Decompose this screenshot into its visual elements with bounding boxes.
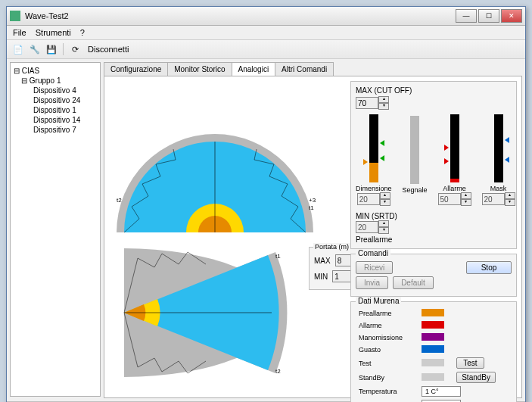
minimize-button[interactable]: —	[456, 9, 477, 23]
standby-button[interactable]: StandBy	[456, 372, 496, 383]
tree-group[interactable]: ⊟ Gruppo 1	[14, 76, 97, 86]
all-input[interactable]	[438, 193, 461, 205]
menu-help[interactable]: ?	[80, 28, 85, 37]
temp-value: 1 C°	[422, 386, 461, 397]
svg-text:+3: +3	[309, 197, 316, 204]
window-title: Wave-Test2	[25, 11, 456, 20]
svg-text:t2: t2	[117, 197, 122, 204]
tree-device[interactable]: Dispositivo 14	[14, 115, 97, 125]
tens-label: Tensione	[357, 399, 418, 402]
marker-icon	[505, 157, 509, 163]
tab-panel: t2 +3 t1	[104, 76, 522, 398]
tab-bar: Configurazione Monitor Storico Analogici…	[104, 62, 522, 76]
toolbar: 📄 🔧 💾 ⟳ Disconnetti	[7, 40, 525, 59]
portata-legend: Portata (m)	[313, 243, 350, 251]
dati-group: Dati Murena Preallarme Allarme Manomissi…	[350, 301, 517, 402]
dati-guasto: Guasto	[357, 344, 418, 355]
bar-dimensione	[369, 114, 378, 182]
dati-legend: Dati Murena	[356, 297, 401, 305]
bar-label: Mask	[490, 185, 507, 192]
menubar: File Strumenti ?	[7, 26, 525, 40]
new-icon[interactable]: 📄	[11, 42, 25, 56]
mask-input[interactable]	[482, 193, 505, 205]
preallarme-label: Preallarme	[356, 235, 512, 244]
tab-config[interactable]: Configurazione	[104, 62, 168, 76]
ricevi-button[interactable]: Ricevi	[356, 261, 393, 274]
app-icon	[10, 11, 20, 21]
tool-icon[interactable]: 🔧	[28, 42, 42, 56]
default-button[interactable]: Default	[393, 276, 434, 289]
marker-icon	[363, 159, 368, 165]
swatch-manomissione	[422, 333, 444, 341]
menu-file[interactable]: File	[13, 28, 26, 37]
tree-device[interactable]: Dispositivo 7	[14, 125, 97, 135]
min-srtd-input[interactable]	[356, 221, 378, 233]
marker-icon	[444, 145, 449, 151]
max-cutoff-input[interactable]	[356, 97, 378, 109]
dati-test: Test	[357, 357, 418, 369]
bar-segnale	[410, 116, 419, 184]
svg-text:t1: t1	[275, 253, 281, 260]
invia-button[interactable]: Invia	[356, 276, 388, 289]
close-button[interactable]: ✕	[501, 9, 522, 23]
test-button[interactable]: Test	[456, 357, 484, 369]
swatch-test	[422, 359, 444, 366]
refresh-icon[interactable]: ⟳	[68, 42, 82, 56]
bar-mask	[494, 114, 503, 182]
cutoff-group: MAX (CUT OFF) ▴▾	[350, 81, 517, 249]
swatch-allarme	[422, 321, 444, 329]
max-cutoff-label: MAX (CUT OFF)	[356, 86, 512, 95]
separator	[63, 43, 64, 55]
app-window: Wave-Test2 — ☐ ✕ File Strumenti ? 📄 🔧 💾 …	[6, 6, 526, 402]
marker-icon	[380, 140, 384, 146]
comandi-legend: Comandi	[356, 249, 390, 257]
swatch-standby	[422, 373, 444, 381]
swatch-preallarme	[422, 309, 444, 316]
swatch-guasto	[422, 345, 444, 353]
portata-max-label: MAX	[314, 257, 331, 265]
bar-label: Allarme	[443, 185, 466, 192]
dati-manomissione: Manomissione	[357, 332, 418, 343]
min-srtd-label: MIN (SRTD)	[356, 212, 512, 220]
top-fan-chart: t2 +3 t1	[109, 81, 344, 240]
maximize-button[interactable]: ☐	[478, 9, 499, 23]
bar-label: Segnale	[403, 186, 428, 194]
device-tree[interactable]: ⊟ CIAS ⊟ Gruppo 1 Dispositivo 4 Disposit…	[10, 62, 101, 397]
marker-icon	[380, 155, 384, 161]
spin-down-icon[interactable]: ▾	[378, 103, 389, 110]
stop-button[interactable]: Stop	[466, 261, 512, 274]
titlebar: Wave-Test2 — ☐ ✕	[7, 7, 525, 26]
tree-root[interactable]: ⊟ CIAS	[14, 66, 97, 76]
disconnect-button[interactable]: Disconnetti	[85, 45, 132, 54]
portata-min-label: MIN	[314, 273, 328, 281]
dati-preallarme: Preallarme	[357, 308, 418, 319]
dati-standby: StandBy	[357, 371, 418, 384]
tree-device[interactable]: Dispositivo 24	[14, 95, 97, 105]
svg-text:t2: t2	[275, 368, 281, 375]
tree-device[interactable]: Dispositivo 4	[14, 86, 97, 95]
tab-monitor[interactable]: Monitor Storico	[167, 62, 232, 76]
temp-label: Temperatura	[357, 385, 418, 397]
tab-altri[interactable]: Altri Comandi	[275, 62, 334, 76]
tree-device[interactable]: Dispositivo 1	[14, 105, 97, 115]
svg-text:t1: t1	[309, 204, 314, 211]
spin-up-icon[interactable]: ▴	[378, 96, 389, 103]
save-icon[interactable]: 💾	[45, 42, 58, 56]
bar-label: Dimensione	[356, 185, 392, 192]
dati-allarme: Allarme	[357, 320, 418, 331]
menu-strumenti[interactable]: Strumenti	[36, 28, 71, 37]
comandi-group: Comandi Ricevi Stop Invia Default	[350, 254, 517, 297]
dim-input[interactable]	[357, 193, 380, 205]
bar-allarme	[450, 114, 459, 182]
marker-icon	[505, 137, 509, 143]
tab-analog[interactable]: Analogici	[232, 62, 276, 76]
marker-icon	[444, 158, 449, 164]
